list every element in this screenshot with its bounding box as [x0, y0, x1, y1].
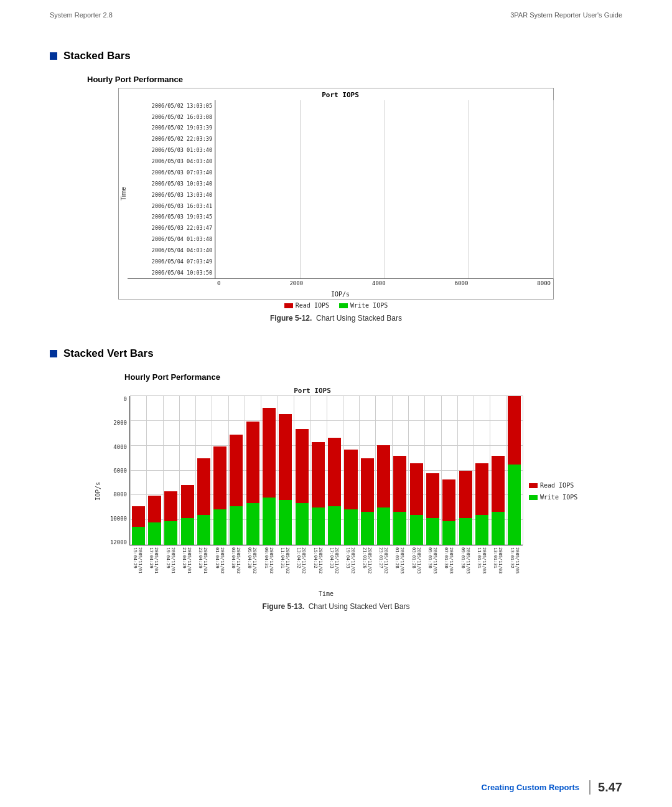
hbar-x-tick: 2000: [289, 280, 303, 286]
figure2-caption-text: Chart Using Stacked Vert Bars: [309, 602, 410, 611]
vbar-bar-write: [132, 527, 145, 545]
vbar-bar-read: [377, 445, 390, 507]
vbar-bar-read: [344, 450, 357, 509]
vbar-col: [359, 396, 375, 545]
vbar-y-tick: 6000: [102, 468, 127, 474]
vbar-col: [310, 396, 326, 545]
vbar-y-ticks: 120001000080006000400020000: [102, 396, 129, 545]
vbar-bar-read: [279, 414, 292, 501]
vbar-bar-write: [246, 503, 259, 545]
vbar-legend-write: Write IOPS: [529, 494, 579, 501]
hbar-legend-write-box: [339, 303, 348, 308]
header-right: 3PAR System Reporter User's Guide: [510, 11, 622, 19]
vbar-bar-write: [164, 521, 177, 545]
vbar-bar-write: [344, 509, 357, 545]
vbar-x-label: 2005/11/01 19:04:29: [166, 547, 175, 588]
hbar-rows-area: 2006/05/02 13:03:052006/05/02 16:03:0820…: [128, 100, 553, 278]
vbar-bar-read: [197, 458, 210, 515]
hbar-bars-col: [215, 100, 553, 278]
vbar-x-label: 2005/11/02 05:04:30: [247, 547, 257, 588]
vbar-col: [179, 396, 195, 545]
vbar-x-label: 2005/11/02 21:01:26: [362, 547, 372, 588]
figure1-caption-text: Chart Using Stacked Bars: [316, 314, 402, 323]
hbar-x-ticks: 02000400060008000: [215, 280, 553, 286]
vbar-bar-read: [475, 463, 488, 516]
vbar-bar-write: [213, 509, 226, 545]
hbar-row: [215, 213, 553, 222]
hbar-row: [215, 146, 553, 154]
vbar-col: [474, 396, 490, 545]
vbar-col: [506, 396, 523, 545]
hbar-row-label: 2006/05/03 13:03:40: [128, 192, 212, 198]
hbar-chart: Time Port IOPS 2006/05/02 13:03:052006/0…: [118, 88, 554, 300]
hbar-row-label: 2006/05/02 22:03:39: [128, 136, 212, 142]
hbar-x-tick: 6000: [455, 280, 469, 286]
vbar-bar-write: [181, 518, 194, 545]
vbar-y-tick: 2000: [102, 420, 127, 426]
hbar-legend-read-label: Read IOPS: [296, 302, 329, 309]
vbar-col: [392, 396, 408, 545]
vbar-x-label: 2005/11/03 05:01:30: [427, 547, 437, 588]
footer-link: Creating Custom Reports: [482, 783, 579, 792]
figure2-caption: Figure 5-13. Chart Using Stacked Vert Ba…: [263, 602, 410, 611]
vbar-chart: IOP/s Port IOPS 120001000080006000400020…: [93, 385, 579, 597]
section1-bullet: [50, 52, 57, 60]
footer-page-number: 5.47: [589, 780, 622, 795]
vbar-x-label: 2005/11/05 13:01:32: [510, 547, 520, 588]
vbar-bar-read: [164, 491, 177, 521]
vbar-col: [261, 396, 277, 545]
hbar-row-label: 2006/05/04 07:03:49: [128, 259, 212, 265]
vbar-bar-write: [263, 498, 276, 545]
hbar-row: [215, 135, 553, 144]
vbar-legend-read-label: Read IOPS: [540, 482, 574, 489]
figure1-caption: Figure 5-12. Chart Using Stacked Bars: [270, 314, 402, 323]
hbar-row-label: 2006/05/03 22:03:47: [128, 225, 212, 231]
vbar-bar-write: [197, 515, 210, 545]
hbar-row: [215, 191, 553, 199]
vbar-bar-write: [312, 507, 325, 545]
vbar-chart-main-title: Hourly Port Performance: [124, 372, 220, 382]
vbar-bar-read: [230, 435, 243, 506]
vbar-x-label: 2005/11/02 23:01:27: [378, 547, 388, 588]
page-header: System Reporter 2.8 3PAR System Reporter…: [0, 0, 672, 19]
vbar-legend-read: Read IOPS: [529, 482, 579, 489]
vbar-x-label: 2005/11/02 13:04:32: [296, 547, 306, 588]
vbar-x-label: 2005/11/03 07:01:30: [444, 547, 454, 588]
vbar-col: [278, 396, 294, 545]
vbar-chart-wrapper: IOP/s Port IOPS 120001000080006000400020…: [93, 385, 579, 597]
hbar-legend-read: Read IOPS: [284, 302, 329, 309]
vbar-bar-read: [328, 438, 341, 506]
vbar-x-label: 2005/11/02 01:04:29: [215, 547, 225, 588]
hbar-row: [215, 235, 553, 243]
hbar-x-tick: 4000: [372, 280, 386, 286]
vbar-y-tick: 0: [102, 396, 127, 402]
vbar-col: [408, 396, 424, 545]
vbar-bar-write: [475, 515, 488, 545]
vbar-bar-read: [148, 496, 161, 522]
hbar-row: [215, 179, 553, 188]
vbar-col: [146, 396, 162, 545]
vbar-x-label: 2005/11/01 21:04:29: [182, 547, 192, 588]
vbar-bar-write: [230, 506, 243, 545]
hbar-chart-wrapper: Time Port IOPS 2006/05/02 13:03:052006/0…: [118, 88, 554, 309]
hbar-row-label: 2006/05/03 01:03:40: [128, 148, 212, 153]
vbar-y-axis-label: IOP/s: [93, 385, 102, 597]
vbar-x-label: 2005/11/03 09:01:30: [460, 547, 470, 588]
vbar-bar-write: [361, 512, 374, 545]
vbar-bar-read: [296, 429, 309, 504]
hbar-row-label: 2006/05/02 13:03:05: [128, 103, 212, 109]
hbar-row: [215, 113, 553, 121]
hbar-chart-subtitle: Port IOPS: [128, 88, 553, 100]
vbar-bar-write: [508, 465, 521, 545]
vbar-x-label: 2005/11/01 17:04:29: [149, 547, 159, 588]
hbar-x-tick: 0: [217, 280, 220, 286]
hbar-row-label: 2006/05/02 16:03:08: [128, 115, 212, 120]
vbar-x-label: 2005/11/02 11:04:31: [280, 547, 290, 588]
section1-heading: Stacked Bars: [50, 50, 622, 62]
vbar-bar-read: [312, 442, 325, 507]
vbar-x-label: 2005/11/02 09:04:31: [264, 547, 274, 588]
hbar-row: [215, 202, 553, 210]
vbar-col: [228, 396, 245, 545]
vbar-col: [212, 396, 228, 545]
vbar-col: [424, 396, 441, 545]
